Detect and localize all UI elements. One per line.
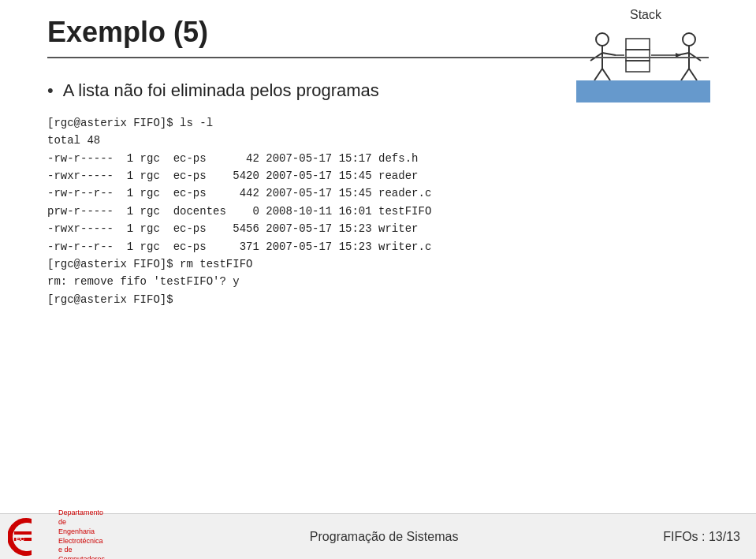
- footer-course-title: Programação de Sistemas: [310, 530, 459, 544]
- bullet-icon: •: [47, 80, 54, 101]
- code-line-10: rm: remove fifo 'testFIFO'? y: [47, 273, 567, 290]
- footer: EC Departamento de Engenharia Electrotéc…: [0, 513, 756, 559]
- dept-line-1: Departamento: [58, 509, 105, 518]
- svg-line-4: [594, 69, 602, 80]
- footer-page-numbers: FIFOs : 13/13: [663, 530, 740, 544]
- svg-line-5: [602, 69, 610, 80]
- main-content: • A lista não foi eliminada pelos progra…: [47, 79, 567, 308]
- footer-department: Departamento de Engenharia Electrotécnic…: [58, 509, 105, 559]
- code-line-1: [rgc@asterix FIFO]$ ls -l: [47, 114, 567, 132]
- bullet-text: A lista não foi eliminada pelos programa…: [63, 79, 379, 103]
- svg-line-15: [689, 69, 697, 80]
- svg-rect-6: [626, 61, 650, 72]
- slide-title: Exemplo (5): [47, 16, 709, 49]
- code-block: [rgc@asterix FIFO]$ ls -l total 48 -rw-r…: [47, 114, 567, 308]
- svg-rect-18: [14, 531, 32, 535]
- divider-line: [47, 57, 709, 58]
- header: Exemplo (5): [47, 16, 709, 58]
- footer-logo-area: EC Departamento de Engenharia Electrotéc…: [8, 509, 105, 559]
- code-line-8: -rw-r--r-- 1 rgc ec-ps 371 2007-05-17 15…: [47, 238, 567, 255]
- code-line-9: [rgc@asterix FIFO]$ rm testFIFO: [47, 255, 567, 273]
- svg-line-14: [681, 69, 689, 80]
- code-line-3: -rw-r----- 1 rgc ec-ps 42 2007-05-17 15:…: [47, 150, 567, 167]
- code-line-5: -rw-r--r-- 1 rgc ec-ps 442 2007-05-17 15…: [47, 184, 567, 202]
- svg-text:EC: EC: [16, 535, 24, 542]
- dept-line-2: de: [58, 518, 105, 527]
- dept-line-5: e de: [58, 546, 105, 555]
- dept-line-3: Engenharia: [58, 527, 105, 537]
- bullet-item: • A lista não foi eliminada pelos progra…: [47, 79, 567, 103]
- university-logo: EC: [8, 517, 55, 557]
- slide-container: Stack Ex: [0, 0, 756, 559]
- code-line-7: -rwxr----- 1 rgc ec-ps 5456 2007-05-17 1…: [47, 220, 567, 237]
- blue-rectangle: [576, 80, 710, 102]
- dept-line-6: Computadores: [58, 555, 105, 559]
- code-line-4: -rwxr----- 1 rgc ec-ps 5420 2007-05-17 1…: [47, 167, 567, 184]
- dept-line-4: Electrotécnica: [58, 537, 105, 546]
- code-line-11: [rgc@asterix FIFO]$: [47, 291, 567, 308]
- code-line-6: prw-r----- 1 rgc docentes 0 2008-10-11 1…: [47, 203, 567, 220]
- code-line-2: total 48: [47, 132, 567, 149]
